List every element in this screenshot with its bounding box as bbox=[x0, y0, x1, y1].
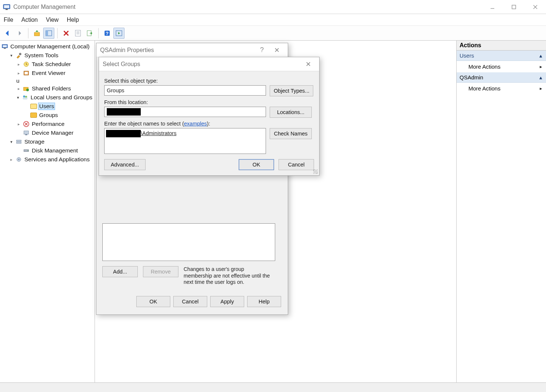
tree-root[interactable]: Computer Management (Local) bbox=[1, 42, 93, 51]
device-manager-icon bbox=[23, 130, 30, 136]
forward-button[interactable] bbox=[14, 28, 25, 39]
tree-label: Storage bbox=[24, 138, 45, 145]
dialog-titlebar[interactable]: QSAdmin Properties ? ✕ bbox=[96, 43, 288, 57]
tree-groups[interactable]: Groups bbox=[24, 111, 93, 120]
dialog-close-button[interactable]: ✕ bbox=[269, 46, 284, 54]
event-viewer-icon bbox=[23, 70, 30, 76]
svg-text:?: ? bbox=[106, 31, 109, 36]
actions-pane: Actions Users More Actions QSAdmin More … bbox=[456, 41, 546, 382]
actions-section-qsadmin[interactable]: QSAdmin bbox=[457, 72, 546, 83]
menu-view[interactable]: View bbox=[46, 17, 58, 23]
dialog-close-button[interactable]: ✕ bbox=[301, 60, 315, 68]
advanced-button[interactable]: Advanced... bbox=[104, 159, 146, 170]
clock-icon bbox=[23, 61, 30, 68]
add-button[interactable]: Add... bbox=[102, 266, 138, 277]
menu-file[interactable]: File bbox=[4, 17, 13, 23]
expander-icon[interactable] bbox=[9, 139, 14, 144]
tree-label: Local Users and Groups bbox=[30, 94, 93, 101]
export-button[interactable] bbox=[84, 28, 95, 39]
svg-rect-7 bbox=[34, 32, 40, 36]
svg-rect-1 bbox=[4, 5, 9, 8]
actions-header: Actions bbox=[457, 41, 546, 51]
redacted-location bbox=[107, 108, 141, 116]
tree-users[interactable]: Users bbox=[24, 102, 93, 111]
menu-help[interactable]: Help bbox=[67, 17, 79, 23]
tree-disk-management[interactable]: Disk Management bbox=[16, 146, 93, 155]
tree-label: Users bbox=[38, 103, 55, 110]
dialog-titlebar[interactable]: Select Groups ✕ bbox=[99, 57, 319, 71]
tree-shared-folders[interactable]: Shared Folders bbox=[16, 84, 93, 93]
close-button[interactable] bbox=[525, 0, 546, 14]
action-more-users[interactable]: More Actions bbox=[457, 61, 546, 72]
tools-icon bbox=[16, 52, 22, 59]
status-bar bbox=[0, 382, 546, 392]
show-pane-button[interactable] bbox=[43, 28, 54, 39]
svg-rect-34 bbox=[17, 142, 21, 144]
disk-icon bbox=[23, 147, 30, 154]
tree-label: Disk Management bbox=[31, 147, 79, 154]
locations-button[interactable]: Locations... bbox=[270, 107, 312, 118]
svg-point-36 bbox=[28, 150, 28, 151]
tree-task-scheduler[interactable]: Task Scheduler bbox=[16, 60, 93, 69]
object-names-label-b: ): bbox=[207, 121, 210, 127]
navigation-tree[interactable]: Computer Management (Local) System Tools… bbox=[1, 42, 93, 164]
tree-storage[interactable]: Storage bbox=[9, 137, 93, 146]
svg-point-38 bbox=[18, 159, 20, 160]
tree-event-viewer[interactable]: Event Viewer bbox=[16, 69, 93, 78]
object-types-button[interactable]: Object Types... bbox=[270, 85, 313, 96]
object-type-value: Groups bbox=[107, 87, 124, 93]
menu-action[interactable]: Action bbox=[21, 17, 38, 23]
run-button[interactable] bbox=[113, 28, 124, 39]
svg-rect-31 bbox=[24, 131, 29, 134]
tree-system-tools[interactable]: System Tools bbox=[9, 51, 93, 60]
cancel-button[interactable]: Cancel bbox=[279, 159, 314, 170]
tree-performance[interactable]: Performance bbox=[16, 120, 93, 128]
content-pane: QSAdmin Properties ? ✕ Add... Remove Cha… bbox=[95, 41, 456, 382]
expander-icon[interactable] bbox=[16, 71, 21, 76]
up-button[interactable] bbox=[31, 28, 42, 39]
svg-rect-9 bbox=[46, 31, 48, 36]
object-names-input[interactable]: \Administrators bbox=[104, 128, 266, 154]
expander-icon[interactable] bbox=[9, 157, 14, 162]
svg-point-27 bbox=[23, 96, 25, 97]
toolbar: ? bbox=[0, 26, 546, 41]
object-names-label: Enter the object names to select (exampl… bbox=[104, 121, 314, 127]
svg-rect-24 bbox=[25, 72, 28, 74]
tree-services-apps[interactable]: Services and Applications bbox=[9, 155, 93, 164]
back-button[interactable] bbox=[2, 28, 13, 39]
expander-icon[interactable] bbox=[16, 62, 21, 67]
expander-icon[interactable] bbox=[16, 121, 21, 127]
ok-button[interactable]: OK bbox=[239, 159, 274, 170]
dialog-help-button[interactable]: ? bbox=[255, 46, 269, 54]
apply-button[interactable]: Apply bbox=[210, 296, 244, 307]
expander-icon bbox=[16, 148, 21, 153]
dialog-title: QSAdmin Properties bbox=[100, 47, 154, 54]
expander-icon[interactable] bbox=[16, 95, 20, 100]
cancel-button[interactable]: Cancel bbox=[173, 296, 207, 307]
expander-icon[interactable] bbox=[9, 53, 14, 58]
examples-link[interactable]: examples bbox=[184, 121, 207, 127]
actions-section-users[interactable]: Users bbox=[457, 51, 546, 61]
folder-icon bbox=[30, 103, 37, 110]
tree-device-manager[interactable]: Device Manager bbox=[16, 128, 93, 137]
minimize-button[interactable] bbox=[482, 0, 503, 14]
member-list[interactable] bbox=[102, 223, 275, 261]
folder-icon bbox=[30, 112, 37, 118]
tree-label: Event Viewer bbox=[31, 70, 66, 76]
action-more-qsadmin[interactable]: More Actions bbox=[457, 83, 546, 94]
expander-icon[interactable] bbox=[16, 86, 21, 91]
tree-local-users-groups[interactable]: Local Users and Groups bbox=[16, 93, 93, 102]
ok-button[interactable]: OK bbox=[136, 296, 170, 307]
properties-button[interactable] bbox=[72, 28, 83, 39]
delete-button[interactable] bbox=[61, 28, 72, 39]
from-location-label: From this location: bbox=[104, 99, 314, 105]
select-groups-dialog[interactable]: Select Groups ✕ Select this object type:… bbox=[99, 57, 320, 176]
menubar: File Action View Help bbox=[0, 14, 546, 26]
resize-grip-icon[interactable] bbox=[313, 169, 318, 174]
remove-button[interactable]: Remove bbox=[143, 266, 178, 277]
maximize-button[interactable] bbox=[503, 0, 525, 14]
navigation-tree-pane: Computer Management (Local) System Tools… bbox=[0, 41, 95, 382]
help-button[interactable]: ? bbox=[102, 28, 113, 39]
help-button[interactable]: Help bbox=[247, 296, 281, 307]
check-names-button[interactable]: Check Names bbox=[270, 128, 312, 139]
